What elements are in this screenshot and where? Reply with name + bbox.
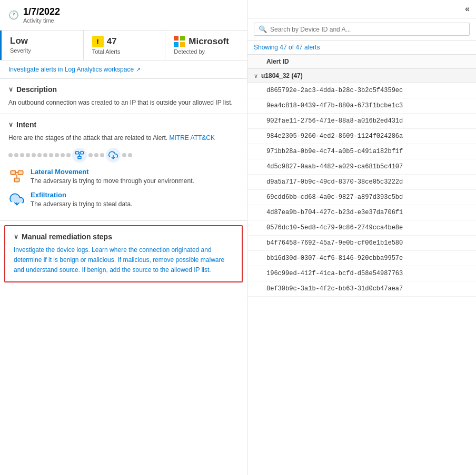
intent-title: Intent — [16, 120, 36, 129]
detected-by-label: Detected by — [174, 48, 239, 55]
alert-row[interactable]: d9a5a717-0b9c-49cd-8370-38ce05c3222d — [247, 175, 476, 190]
total-alerts-cell: ! 47 Total Alerts — [84, 31, 166, 60]
activity-time-label: Activity time — [23, 17, 60, 24]
intent-subtitle: Here are the stages of the attack that a… — [8, 133, 239, 143]
chain-dot-14 — [100, 153, 104, 157]
intent-header[interactable]: ∨ Intent — [8, 120, 239, 129]
exfiltration-item: Exfiltration The adversary is trying to … — [8, 191, 239, 209]
chain-dot-7 — [43, 153, 47, 157]
alert-id-text: 902fae11-2756-471e-88a8-a016b2ed431d — [266, 117, 403, 125]
chain-dot-13 — [94, 153, 98, 157]
manual-remediation-header[interactable]: ∨ Manual remediation steps — [14, 233, 233, 241]
svg-rect-0 — [76, 151, 79, 154]
alert-icon: ! — [92, 36, 104, 47]
external-link-icon: ↗ — [136, 66, 141, 73]
alert-row[interactable]: 8ef30b9c-3a1b-4f2c-bb63-31d0cb47aea7 — [247, 281, 476, 297]
collapse-button[interactable]: « — [465, 4, 470, 14]
alert-row[interactable]: 69cdd6bb-cd68-4a0c-9827-a897d393c5bd — [247, 190, 476, 205]
stats-row: Low Severity ! 47 Total Alerts Microsoft… — [0, 31, 247, 60]
total-alerts-label: Total Alerts — [92, 48, 157, 55]
svg-rect-1 — [81, 151, 84, 154]
activity-date: 1/7/2022 — [23, 6, 60, 17]
alert-row[interactable]: 196c99ed-412f-41ca-bcfd-d58e54987763 — [247, 266, 476, 281]
alert-id-text: 0576dc10-5ed8-4c79-9c86-2749cca4be8e — [266, 224, 403, 231]
lateral-movement-text: Lateral Movement The adversary is trying… — [31, 168, 194, 186]
chain-dot-15 — [122, 153, 126, 157]
investigate-anchor[interactable]: Investigate alerts in Log Analytics work… — [8, 66, 134, 73]
header-bar: 🕐 1/7/2022 Activity time — [0, 0, 247, 31]
manual-remediation-chevron: ∨ — [14, 233, 18, 240]
lateral-movement-desc: The adversary is trying to move through … — [31, 177, 194, 186]
search-icon: 🔍 — [259, 25, 267, 33]
lateral-movement-icon — [8, 168, 25, 185]
exfiltration-desc: The adversary is trying to steal data. — [31, 200, 132, 209]
svg-rect-7 — [18, 171, 23, 175]
attack-chain — [8, 148, 239, 163]
chain-dot-11 — [66, 153, 71, 157]
chain-dot-8 — [49, 153, 53, 157]
investigate-link[interactable]: Investigate alerts in Log Analytics work… — [0, 60, 247, 79]
alert-id-col-header: Alert ID — [266, 58, 289, 65]
severity-cell: Low Severity — [0, 31, 84, 60]
manual-remediation-title: Manual remediation steps — [22, 233, 112, 241]
search-input[interactable] — [270, 26, 465, 33]
manual-remediation-section: ∨ Manual remediation steps Investigate t… — [4, 225, 243, 283]
right-top-bar: « — [247, 0, 476, 18]
exfiltration-chain-icon — [106, 148, 121, 163]
alert-row[interactable]: 984e2305-9260-4ed2-8609-1124f024286a — [247, 129, 476, 144]
alert-rows-container: d865792e-2ac3-4dda-b28c-3b2c5f4359ec9ea4… — [247, 83, 476, 297]
chain-dot-16 — [128, 153, 132, 157]
alert-row[interactable]: 9ea4c818-0439-4f7b-880a-673f1bcbe1c3 — [247, 98, 476, 114]
showing-count: Showing 47 of 47 alerts — [254, 44, 320, 51]
left-panel: 🕐 1/7/2022 Activity time Low Severity ! … — [0, 0, 247, 475]
alert-row[interactable]: bb16d30d-0307-4cf6-8146-920cbba9957e — [247, 251, 476, 266]
description-header[interactable]: ∨ Description — [8, 85, 239, 94]
remediation-text: Investigate the device logs. Learn where… — [14, 245, 233, 276]
alert-id-text: bb16d30d-0307-4cf6-8146-920cbba9957e — [266, 255, 403, 262]
chain-dot-5 — [32, 153, 36, 157]
description-section: ∨ Description An outbound connection was… — [0, 79, 247, 114]
alerts-table: Alert ID ∨ u1804_32 (47) d865792e-2ac3-4… — [247, 55, 476, 475]
detected-by-value: Microsoft — [189, 36, 229, 47]
lateral-movement-item: Lateral Movement The adversary is trying… — [8, 168, 239, 186]
alert-id-text: 196c99ed-412f-41ca-bcfd-d58e54987763 — [266, 270, 403, 277]
alert-id-text: 971bb28a-0b9e-4c74-a0b5-c491a182bf1f — [266, 148, 403, 155]
right-panel: « 🔍 Showing 47 of 47 alerts Alert ID ∨ u… — [247, 0, 476, 475]
alert-row[interactable]: b4f76458-7692-45a7-9e0b-cf06e1b1e580 — [247, 236, 476, 251]
alert-row[interactable]: 971bb28a-0b9e-4c74-a0b5-c491a182bf1f — [247, 144, 476, 159]
svg-rect-9 — [14, 178, 19, 182]
description-title: Description — [16, 85, 57, 94]
search-bar: 🔍 — [247, 18, 476, 41]
clock-icon: 🕐 — [8, 10, 19, 20]
alert-id-text: 8ef30b9c-3a1b-4f2c-bb63-31d0cb47aea7 — [266, 285, 403, 292]
chain-dot-2 — [14, 153, 18, 157]
chain-dot-12 — [88, 153, 93, 157]
detected-by-cell: Microsoft Detected by — [165, 31, 247, 60]
group-label: u1804_32 (47) — [261, 72, 303, 79]
remediation-text-blue: Investigate the device logs. Learn where… — [14, 246, 224, 274]
alert-id-text: b4f76458-7692-45a7-9e0b-cf06e1b1e580 — [266, 239, 403, 247]
alert-row[interactable]: 0576dc10-5ed8-4c79-9c86-2749cca4be8e — [247, 220, 476, 236]
alert-row[interactable]: 4d5c9827-0aab-4482-a029-ca681b5c4107 — [247, 159, 476, 175]
alert-row[interactable]: d865792e-2ac3-4dda-b28c-3b2c5f4359ec — [247, 83, 476, 98]
mitre-link[interactable]: MITRE ATT&CK — [170, 134, 215, 142]
alert-id-text: 4d5c9827-0aab-4482-a029-ca681b5c4107 — [266, 163, 403, 170]
chain-dot-10 — [61, 153, 65, 157]
chain-dot-3 — [20, 153, 24, 157]
intent-subtitle-text: Here are the stages of the attack that a… — [8, 134, 167, 142]
table-header: Alert ID — [247, 55, 476, 69]
alert-id-text: 984e2305-9260-4ed2-8609-1124f024286a — [266, 133, 403, 140]
chain-dot-1 — [8, 153, 13, 157]
alert-id-text: 69cdd6bb-cd68-4a0c-9827-a897d393c5bd — [266, 194, 403, 201]
chain-dot-6 — [37, 153, 42, 157]
intent-chevron: ∨ — [8, 121, 13, 128]
description-text: An outbound connection was created to an… — [8, 98, 239, 107]
alert-row[interactable]: 902fae11-2756-471e-88a8-a016b2ed431d — [247, 114, 476, 129]
svg-rect-6 — [11, 171, 15, 175]
group-row[interactable]: ∨ u1804_32 (47) — [247, 69, 476, 83]
exfiltration-icon — [8, 191, 25, 208]
alert-row[interactable]: 4d87ea9b-b704-427c-b23d-e3e37da706f1 — [247, 205, 476, 220]
alert-id-text: 4d87ea9b-b704-427c-b23d-e3e37da706f1 — [266, 209, 403, 216]
severity-label: Severity — [10, 47, 75, 54]
svg-rect-3 — [78, 156, 81, 159]
